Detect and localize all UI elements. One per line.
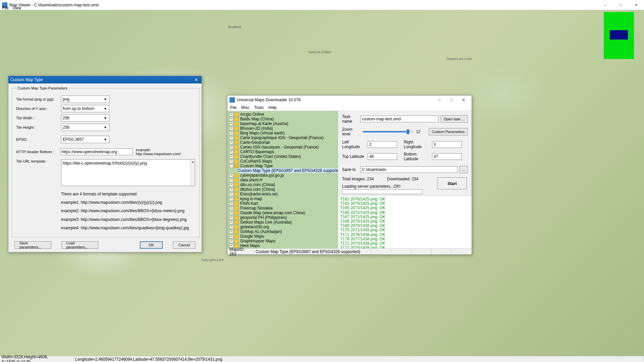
tree-item[interactable]: +Carte-Geoportail	[227, 140, 338, 145]
expand-icon[interactable]: +	[229, 136, 233, 140]
tree-item[interactable]: +Carte topographique IGN - Geoportail (F…	[227, 135, 338, 140]
expand-icon[interactable]: +	[229, 183, 233, 187]
tree-item[interactable]: +Chartbundle Chart (United States)	[227, 154, 338, 159]
menu-file[interactable]: File	[2, 6, 8, 10]
tile-height-select[interactable]: 256▾	[61, 124, 109, 131]
epsg-select[interactable]: EPSG:3857▾	[61, 136, 109, 143]
ok-button[interactable]: OK	[140, 241, 163, 249]
tree-item[interactable]: +data.shom.fr	[227, 178, 338, 182]
folder-icon	[234, 174, 239, 177]
menu-tools[interactable]: Tools	[254, 105, 264, 110]
umd-titlebar[interactable]: Universal Maps Downloader 10.078 ─ □ ✕	[227, 96, 472, 104]
template-textarea[interactable]: https://tile-c.openstreetmap.fr/hot/{z}/…	[61, 159, 195, 186]
tree-item[interactable]: +CARTO Basemaps	[227, 149, 338, 154]
expand-icon[interactable]: +	[229, 131, 233, 135]
maps-tree[interactable]: +Arcgis Online+Baidu Map (China)+basemap…	[227, 111, 338, 248]
task-name-input[interactable]: custom-map-test.umd	[360, 116, 439, 122]
tree-item[interactable]: +GoMap.Az (Azerbaijan)	[227, 229, 338, 234]
expand-icon[interactable]: +	[229, 160, 233, 163]
expand-icon[interactable]: +	[229, 197, 233, 201]
expand-icon[interactable]: +	[229, 216, 233, 220]
expand-icon[interactable]: −	[229, 164, 233, 168]
minimap[interactable]	[604, 12, 634, 59]
top-lat-input[interactable]	[368, 153, 397, 160]
expand-icon[interactable]: +	[229, 155, 233, 159]
tree-item[interactable]: +Cartes IGN classiques - Geoportail (Fra…	[227, 145, 338, 149]
expand-icon[interactable]: +	[229, 178, 233, 182]
tree-item[interactable]: +epsg.io map	[227, 196, 338, 201]
tree-item[interactable]: +Eniro(kartor.eniro.se)	[227, 192, 338, 196]
scrollbar[interactable]: ▴	[190, 160, 195, 186]
menu-view[interactable]: View	[12, 6, 21, 10]
tree-item[interactable]: +geoportal PH (Philippines)	[227, 215, 338, 220]
expand-icon[interactable]: +	[229, 174, 233, 177]
expand-icon[interactable]: +	[229, 127, 233, 130]
tree-item[interactable]: +basemap.at Karte (Austria)	[227, 121, 338, 126]
custom-parameters-button[interactable]: Custom Parameters	[429, 128, 468, 135]
menu-file[interactable]: File	[230, 105, 236, 110]
expand-icon[interactable]: +	[229, 206, 233, 210]
tree-item[interactable]: +CoCoRaHS Maps	[227, 159, 338, 164]
left-lon-input[interactable]	[368, 141, 397, 148]
expand-icon[interactable]: +	[229, 145, 233, 149]
expand-icon[interactable]: +	[229, 117, 233, 121]
tree-item[interactable]: +GraphHopper Maps	[227, 239, 338, 243]
close-button[interactable]: ✕	[458, 96, 470, 104]
expand-icon[interactable]: +	[229, 225, 233, 229]
tree-item[interactable]: −Custom Map Type	[227, 164, 338, 168]
expand-icon[interactable]: +	[229, 239, 233, 243]
close-icon[interactable]: ✕	[193, 77, 200, 82]
browse-button[interactable]: ...	[460, 166, 468, 173]
custom-map-type-dialog: Custom Map Type ✕ Custom Map Type Parame…	[8, 76, 202, 252]
minimize-button[interactable]: ─	[598, 0, 613, 10]
tile-width-select[interactable]: 256▾	[61, 114, 109, 122]
zoom-level-label: Zoom level	[342, 127, 360, 136]
start-button[interactable]: Start	[437, 177, 467, 189]
minimize-button[interactable]: ─	[433, 96, 445, 104]
expand-icon[interactable]: +	[229, 202, 233, 205]
tree-item[interactable]: +Google Maps	[227, 234, 338, 239]
tree-item[interactable]: +Baidu Map (China)	[227, 117, 338, 121]
expand-icon[interactable]: +	[229, 188, 233, 191]
dialog-titlebar[interactable]: Custom Map Type ✕	[8, 76, 202, 83]
expand-icon[interactable]: +	[229, 113, 233, 116]
tree-item[interactable]: +Gaode Map (www.amap.com China)	[227, 210, 338, 215]
download-log[interactable]: T162 2076/1425.png: OKT163 2075/1425.png…	[338, 195, 472, 248]
zoom-slider[interactable]	[363, 131, 413, 132]
expand-icon[interactable]: +	[229, 235, 233, 238]
referer-input[interactable]: https://www.openstreetmap.org	[60, 148, 133, 155]
expand-icon[interactable]: +	[229, 230, 233, 234]
open-task-button[interactable]: Open task ...	[441, 115, 468, 123]
tree-item[interactable]: +Bhuvan-2D (India)	[227, 126, 338, 131]
expand-icon[interactable]: +	[229, 211, 233, 215]
menu-help[interactable]: Help	[268, 105, 277, 110]
expand-icon[interactable]: +	[229, 192, 233, 196]
tree-item[interactable]: +FINN Kart	[227, 201, 338, 206]
expand-icon[interactable]: +	[229, 150, 233, 154]
tree-item[interactable]: +ditu.so.com (China)	[227, 182, 338, 187]
tile-format-select[interactable]: png▾	[61, 96, 109, 103]
tree-item[interactable]: +Getlost Maps Live (Australia)	[227, 220, 338, 225]
load-parameters-button[interactable]: Load parameters...	[61, 241, 98, 249]
y-direction-select[interactable]: from up to bottom▾	[61, 105, 109, 112]
tree-item[interactable]: +globeland30.org	[227, 225, 338, 229]
tree-item[interactable]: +dituhui.com (China)	[227, 187, 338, 192]
menu-misc[interactable]: Misc	[241, 105, 250, 110]
expand-icon[interactable]: +	[229, 221, 233, 224]
save-to-input[interactable]: C:\downloads	[360, 166, 458, 173]
tree-item[interactable]: +Bing Maps (Virtual earth)	[227, 131, 338, 135]
tree-item-selected[interactable]: Custom Map Type (EPSG3857 and EPSG4326 s…	[227, 168, 338, 173]
tree-item[interactable]: +Arcgis Online	[227, 112, 338, 117]
cancel-button[interactable]: Cancel	[173, 241, 196, 249]
save-parameters-button[interactable]: Save parameters...	[14, 241, 51, 249]
tree-item[interactable]: +cyberjapandata.gsi.go.jp	[227, 173, 338, 178]
maximize-button[interactable]: □	[613, 0, 629, 10]
expand-icon[interactable]: +	[229, 122, 233, 126]
expand-icon[interactable]: +	[229, 141, 233, 144]
bottom-lat-input[interactable]	[432, 153, 462, 160]
fieldset-legend: Custom Map Type Parameters	[16, 86, 69, 90]
right-lon-input[interactable]	[432, 141, 462, 148]
tree-item[interactable]: +Freemap Slovakia	[227, 206, 338, 210]
close-button[interactable]: ✕	[629, 0, 644, 10]
maximize-button[interactable]: □	[445, 96, 458, 104]
